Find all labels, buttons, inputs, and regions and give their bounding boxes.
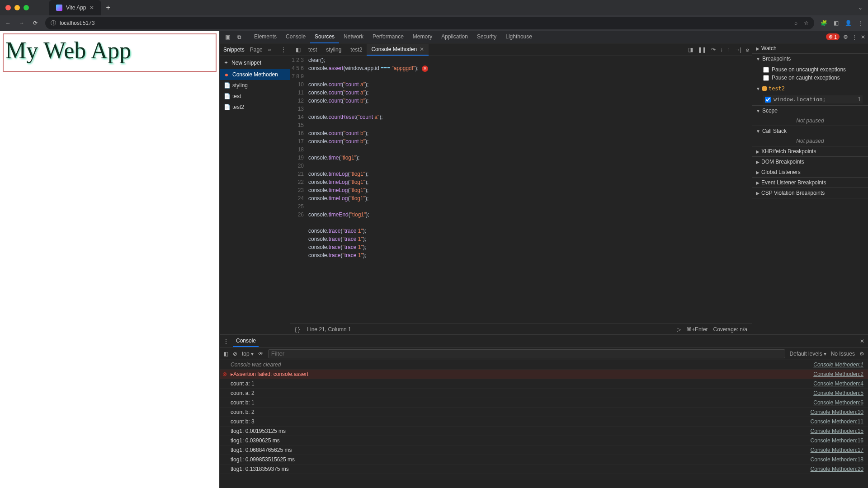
navigator-menu-button[interactable]: ⋮: [281, 47, 286, 53]
xhr-breakpoints-header[interactable]: ▶XHR/fetch Breakpoints: [752, 146, 868, 156]
log-source-link[interactable]: Console Methoden:5: [813, 390, 863, 396]
callstack-section-header[interactable]: ▼Call Stack: [752, 126, 868, 136]
console-sidebar-button[interactable]: ◧: [223, 351, 228, 357]
panel-tab-performance[interactable]: Performance: [368, 31, 408, 43]
step-over-button[interactable]: ↷: [711, 47, 716, 53]
inspect-element-button[interactable]: ▣: [222, 32, 232, 42]
step-into-button[interactable]: ↓: [720, 47, 723, 53]
device-toolbar-button[interactable]: ⧉: [234, 32, 244, 42]
devtools-close-button[interactable]: ✕: [861, 34, 865, 40]
step-button[interactable]: →|: [735, 47, 741, 53]
log-source-link[interactable]: Console Methoden:10: [811, 409, 863, 415]
window-zoom-button[interactable]: [24, 5, 29, 10]
site-info-icon[interactable]: ⓘ: [51, 19, 56, 27]
panel-tab-sources[interactable]: Sources: [310, 31, 339, 43]
breakpoint-enabled-checkbox[interactable]: [765, 97, 771, 103]
new-tab-button[interactable]: +: [106, 4, 110, 12]
toggle-debugger-button[interactable]: ◨: [688, 47, 693, 53]
issues-button[interactable]: No Issues: [831, 351, 855, 357]
snippets-tab[interactable]: Snippets: [223, 47, 245, 53]
scope-section-header[interactable]: ▼Scope: [752, 106, 868, 116]
console-drawer-tab[interactable]: Console: [233, 335, 259, 347]
console-log-area[interactable]: Console was clearedConsole Methoden:1▸As…: [220, 360, 868, 488]
snippet-item[interactable]: ●Console Methoden: [220, 69, 290, 80]
panel-tab-application[interactable]: Application: [437, 31, 472, 43]
window-close-button[interactable]: [5, 5, 11, 10]
window-minimize-button[interactable]: [14, 5, 20, 10]
code-editor[interactable]: 1 2 3 4 5 6 7 8 9 10 11 12 13 14 15 16 1…: [290, 56, 752, 324]
clear-console-button[interactable]: ⊘: [233, 351, 237, 357]
zoom-icon[interactable]: ⌕: [794, 20, 797, 26]
breakpoints-section-header[interactable]: ▼Breakpoints: [752, 54, 868, 64]
execution-context-dropdown[interactable]: top ▾: [242, 351, 254, 357]
log-source-link[interactable]: Console Methoden:16: [811, 437, 863, 444]
snippet-list: ●Console Methoden📄styling📄test📄test2: [220, 69, 290, 113]
log-source-link[interactable]: Console Methoden:20: [811, 466, 863, 472]
log-source-link[interactable]: Console Methoden:2: [813, 371, 863, 377]
log-levels-dropdown[interactable]: Default levels ▾: [790, 351, 826, 357]
log-source-link[interactable]: Console Methoden:6: [813, 399, 863, 406]
more-menu-icon[interactable]: ⋮: [852, 34, 857, 40]
watch-section-header[interactable]: ▶Watch: [752, 43, 868, 53]
panel-tab-lighthouse[interactable]: Lighthouse: [501, 31, 537, 43]
drawer-close-button[interactable]: ✕: [860, 338, 864, 344]
editor-tab[interactable]: styling: [321, 44, 346, 56]
navigator-more-button[interactable]: »: [268, 47, 271, 53]
log-source-link[interactable]: Console Methoden:11: [811, 418, 863, 425]
page-tab[interactable]: Page: [250, 47, 263, 53]
pretty-print-button[interactable]: { }: [295, 326, 300, 333]
console-log-row: Console was clearedConsole Methoden:1: [220, 360, 868, 370]
log-source-link[interactable]: Console Methoden:4: [813, 380, 863, 387]
sidepanel-icon[interactable]: ◧: [834, 20, 839, 26]
step-out-button[interactable]: ↑: [727, 47, 730, 53]
settings-icon[interactable]: ⚙: [843, 34, 848, 40]
log-source-link[interactable]: Console Methoden:1: [813, 361, 863, 368]
panel-tab-security[interactable]: Security: [472, 31, 501, 43]
editor-tab[interactable]: test2: [346, 44, 367, 56]
deactivate-breakpoints-button[interactable]: ⌀: [746, 47, 749, 53]
menu-icon[interactable]: ⋮: [858, 20, 863, 26]
tab-overflow-button[interactable]: ⌄: [858, 5, 863, 11]
drawer-menu-button[interactable]: ⋮: [223, 338, 229, 344]
error-count-badge[interactable]: ⊗ 1: [826, 33, 840, 40]
breakpoint-item[interactable]: window.location; 1: [763, 95, 863, 103]
new-snippet-button[interactable]: ＋ New snippet: [220, 56, 290, 69]
pause-caught-checkbox[interactable]: Pause on caught exceptions: [763, 74, 863, 82]
snippet-item[interactable]: 📄test: [220, 91, 290, 102]
back-button[interactable]: ←: [5, 19, 12, 27]
editor-tab[interactable]: Console Methoden ✕: [367, 44, 429, 56]
browser-tabs: Vite App ✕ +: [49, 0, 110, 15]
log-source-link[interactable]: Console Methoden:15: [811, 428, 863, 434]
panel-tab-memory[interactable]: Memory: [408, 31, 437, 43]
live-expression-button[interactable]: 👁: [258, 351, 264, 357]
panel-tab-elements[interactable]: Elements: [250, 31, 281, 43]
console-filter-input[interactable]: [268, 349, 785, 358]
toggle-navigator-button[interactable]: ◧: [293, 47, 303, 53]
panel-tab-network[interactable]: Network: [339, 31, 368, 43]
console-settings-icon[interactable]: ⚙: [859, 351, 864, 357]
breakpoint-file-header[interactable]: ▼ test2: [752, 84, 868, 94]
log-source-link[interactable]: Console Methoden:17: [811, 447, 863, 453]
extensions-icon[interactable]: 🧩: [821, 20, 827, 26]
close-icon[interactable]: ✕: [420, 46, 424, 52]
csp-breakpoints-header[interactable]: ▶CSP Violation Breakpoints: [752, 188, 868, 198]
log-source-link[interactable]: Console Methoden:18: [811, 456, 863, 463]
bookmark-icon[interactable]: ☆: [804, 20, 809, 26]
pause-button[interactable]: ❚❚: [698, 47, 707, 53]
dom-breakpoints-header[interactable]: ▶DOM Breakpoints: [752, 157, 868, 167]
event-listener-breakpoints-header[interactable]: ▶Event Listener Breakpoints: [752, 178, 868, 188]
forward-button[interactable]: →: [18, 19, 25, 27]
global-listeners-header[interactable]: ▶Global Listeners: [752, 167, 868, 177]
browser-tab-active[interactable]: Vite App ✕: [49, 0, 101, 15]
pause-uncaught-checkbox[interactable]: Pause on uncaught exceptions: [763, 66, 863, 74]
url-box[interactable]: ⓘ localhost:5173 ⌕ ☆: [45, 17, 814, 29]
scope-not-paused: Not paused: [752, 116, 868, 126]
reload-button[interactable]: ⟳: [32, 19, 39, 27]
profile-icon[interactable]: 👤: [845, 20, 852, 26]
tab-close-button[interactable]: ✕: [90, 5, 94, 11]
run-snippet-button[interactable]: ▷: [677, 326, 681, 333]
snippet-item[interactable]: 📄styling: [220, 80, 290, 91]
panel-tab-console[interactable]: Console: [281, 31, 310, 43]
editor-tab[interactable]: test: [304, 44, 321, 56]
snippet-item[interactable]: 📄test2: [220, 102, 290, 113]
